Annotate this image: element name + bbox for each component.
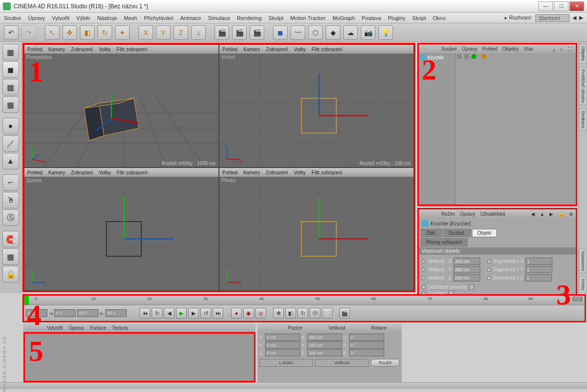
menu-item[interactable]: Postava bbox=[362, 15, 381, 21]
menu-item[interactable]: Mesh bbox=[124, 15, 137, 21]
tab-basic[interactable]: Zákl. bbox=[421, 229, 442, 237]
texture-mode-button[interactable]: ▩ bbox=[2, 79, 19, 95]
matmgr-menu-item[interactable]: Vytvořit bbox=[47, 325, 63, 331]
loop-forward-button[interactable]: ↺ bbox=[200, 308, 211, 318]
material-area[interactable]: 5 bbox=[23, 332, 255, 382]
key-scale-button[interactable]: ◧ bbox=[285, 308, 296, 318]
menu-item[interactable]: Skript bbox=[412, 15, 426, 21]
tweak-button[interactable]: 🖱 bbox=[2, 192, 19, 208]
nav-fwd-icon[interactable]: ▶ bbox=[549, 211, 553, 217]
vp-menu-item[interactable]: Zobrazení bbox=[266, 47, 288, 52]
objmgr-menu-item[interactable]: Vlas bbox=[524, 46, 533, 52]
axis-button[interactable]: ⌐ bbox=[2, 174, 19, 191]
rotate-tool[interactable]: ↻ bbox=[98, 25, 112, 40]
viewport-front[interactable]: Pohled Kamery Zobrazení Volby Filtr zobr… bbox=[219, 168, 414, 291]
vp-menu-item[interactable]: Filtr zobrazení bbox=[117, 47, 147, 52]
coord-mode-dropdown[interactable]: Lokální bbox=[259, 359, 313, 367]
range-end-input[interactable] bbox=[77, 309, 98, 317]
enable-dot[interactable] bbox=[471, 54, 476, 59]
key-rotation-button[interactable]: ↻ bbox=[297, 308, 308, 318]
object-row[interactable]: Krychle bbox=[420, 54, 454, 61]
rot-p-input[interactable] bbox=[349, 341, 384, 349]
pos-x-input[interactable] bbox=[265, 334, 300, 341]
start-frame-input[interactable] bbox=[26, 309, 47, 317]
keyframe-selection-button[interactable]: ◎ bbox=[255, 308, 266, 318]
matmgr-menu-item[interactable]: Úpravy bbox=[69, 325, 84, 331]
vp-menu-item[interactable]: Kamery bbox=[243, 170, 260, 175]
tab-structure[interactable]: Struktura bbox=[579, 108, 587, 131]
add-light-button[interactable]: 💡 bbox=[378, 25, 393, 40]
timeline-ruler[interactable]: 0 10 20 30 40 50 60 70 80 90 0 F bbox=[24, 296, 585, 305]
add-generator-button[interactable]: ⬡ bbox=[308, 25, 323, 40]
keyframe-dot[interactable] bbox=[487, 276, 491, 280]
menu-item[interactable]: Motion Tracker bbox=[290, 15, 326, 21]
layout-prev-icon[interactable]: ◀ bbox=[572, 15, 576, 21]
keyframe-dot[interactable] bbox=[422, 276, 426, 280]
menu-item[interactable]: Soubor bbox=[4, 15, 21, 21]
end-frame-input[interactable] bbox=[105, 309, 127, 317]
add-spline-button[interactable]: 〰 bbox=[291, 25, 305, 40]
size-x-input[interactable] bbox=[307, 334, 342, 341]
coord-size-dropdown[interactable]: Velikost bbox=[315, 359, 369, 367]
model-mode-button[interactable]: ◼ bbox=[2, 61, 19, 78]
attrmgr-menu-item[interactable]: Režim bbox=[441, 211, 455, 217]
polygon-mode-button[interactable]: ▲ bbox=[2, 153, 19, 169]
layout-dropdown[interactable]: Startovní bbox=[535, 14, 569, 22]
add-camera-button[interactable]: 📷 bbox=[361, 25, 375, 40]
axis-y-toggle[interactable]: Y bbox=[156, 25, 171, 40]
tab-coord[interactable]: Souřad. bbox=[443, 229, 471, 237]
make-editable-button[interactable]: ▦ bbox=[2, 44, 19, 60]
vp-menu-item[interactable]: Filtr zobrazení bbox=[312, 47, 342, 52]
tab-content-browser[interactable]: Prohlížeč obsahu bbox=[579, 67, 587, 106]
workplane-snap-button[interactable]: ▦ bbox=[2, 248, 19, 265]
minimize-button[interactable]: — bbox=[538, 1, 553, 11]
goto-start-button[interactable]: ⏮ bbox=[139, 308, 150, 318]
menu-item[interactable]: Rendering bbox=[237, 15, 262, 21]
matmgr-menu-item[interactable]: Funkce bbox=[90, 325, 106, 331]
render-settings-button[interactable]: 🎬 bbox=[250, 25, 264, 40]
render-view-button[interactable]: 🎬 bbox=[215, 25, 229, 40]
vp-menu-item[interactable]: Kamery bbox=[243, 47, 260, 52]
menu-item[interactable]: MoGraph bbox=[333, 15, 355, 21]
last-tool[interactable]: ✦ bbox=[115, 25, 130, 40]
viewport-top[interactable]: Pohled Kamery Zobrazení Volby Filtr zobr… bbox=[219, 44, 414, 168]
menu-item[interactable]: Výběr bbox=[77, 15, 91, 21]
object-tags[interactable] bbox=[455, 53, 576, 205]
lock-icon[interactable]: 🔒 bbox=[558, 211, 564, 217]
next-frame-button[interactable]: ▶ bbox=[188, 308, 199, 318]
keyframe-dot[interactable] bbox=[422, 268, 426, 272]
redo-button[interactable]: ↷ bbox=[21, 25, 36, 40]
autokey-button[interactable]: ◉ bbox=[243, 308, 254, 318]
vp-menu-item[interactable]: Zobrazení bbox=[71, 47, 93, 52]
playhead[interactable] bbox=[24, 296, 29, 305]
play-button[interactable]: ▶ bbox=[176, 308, 187, 318]
undo-button[interactable]: ↶ bbox=[4, 25, 19, 40]
move-tool[interactable]: ✥ bbox=[62, 25, 77, 40]
vp-menu-item[interactable]: Kamery bbox=[48, 47, 65, 52]
seg-z-input[interactable] bbox=[525, 274, 552, 281]
menu-item[interactable]: Okno bbox=[433, 15, 446, 21]
visibility-dot[interactable] bbox=[464, 54, 469, 59]
rot-h-input[interactable] bbox=[349, 334, 384, 341]
matmgr-menu-item[interactable]: Textura bbox=[112, 325, 128, 331]
vp-menu-item[interactable]: Zobrazení bbox=[266, 170, 288, 175]
object-tree[interactable]: Krychle bbox=[419, 53, 455, 205]
add-deformer-button[interactable]: ◆ bbox=[326, 25, 340, 40]
vp-menu-item[interactable]: Filtr zobrazení bbox=[117, 170, 147, 175]
seg-y-input[interactable] bbox=[526, 266, 552, 273]
keyframe-dot[interactable] bbox=[487, 260, 491, 263]
home-icon[interactable]: ⌂ bbox=[560, 46, 563, 52]
keyframe-dot[interactable] bbox=[422, 285, 426, 289]
rot-b-input[interactable] bbox=[349, 349, 384, 356]
vp-menu-item[interactable]: Pohled bbox=[222, 170, 237, 175]
goto-end-button[interactable]: ⏭ bbox=[213, 308, 223, 318]
axis-z-toggle[interactable]: Z bbox=[174, 25, 188, 40]
nav-back-icon[interactable]: ◀ bbox=[531, 211, 535, 217]
vp-menu-item[interactable]: Pohled bbox=[27, 47, 42, 52]
size-z-input[interactable] bbox=[307, 349, 342, 356]
size-x-input[interactable] bbox=[453, 258, 480, 265]
attrmgr-menu-item[interactable]: Uživatelská bbox=[480, 211, 505, 217]
viewport-right[interactable]: Pohled Kamery Zobrazení Volby Filtr zobr… bbox=[24, 168, 219, 291]
menu-item[interactable]: Nástroje bbox=[97, 15, 117, 21]
size-y-input[interactable] bbox=[453, 266, 480, 273]
